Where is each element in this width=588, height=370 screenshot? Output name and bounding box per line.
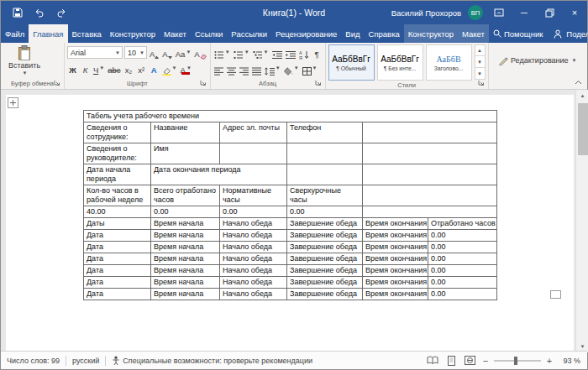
table-cell[interactable]: Начало обеда bbox=[220, 289, 287, 300]
table-cell[interactable]: Время окончания bbox=[363, 230, 428, 242]
table-cell[interactable] bbox=[363, 164, 497, 185]
table-cell[interactable]: Начало обеда bbox=[220, 265, 287, 277]
highlight-color-button[interactable]: ▼ bbox=[161, 62, 178, 76]
table-cell[interactable]: Дата bbox=[84, 242, 151, 253]
superscript-button[interactable]: x² bbox=[136, 62, 147, 76]
table-cell[interactable]: Дата окончания периода bbox=[151, 164, 287, 185]
editing-menu-button[interactable]: Редактирование ▼ bbox=[491, 44, 585, 76]
shrink-font-button[interactable]: А bbox=[161, 46, 172, 60]
line-spacing-button[interactable]: ▼ bbox=[264, 62, 281, 76]
multilevel-list-button[interactable]: ▼ bbox=[252, 46, 270, 60]
table-cell[interactable]: Дата bbox=[84, 289, 151, 300]
justify-button[interactable] bbox=[251, 62, 262, 76]
close-button[interactable]: × bbox=[565, 3, 584, 22]
table-cell[interactable]: Время начала bbox=[151, 265, 220, 277]
decrease-indent-button[interactable] bbox=[271, 46, 283, 60]
table-cell[interactable]: Завершение обеда bbox=[287, 230, 363, 242]
show-paragraph-marks-button[interactable]: ¶ bbox=[312, 46, 323, 60]
table-cell[interactable]: Сверхурочные часы bbox=[287, 185, 363, 206]
tab-table-design[interactable]: Конструктор bbox=[404, 24, 458, 43]
table-cell[interactable]: Время начала bbox=[151, 277, 220, 289]
language-indicator[interactable]: русский bbox=[66, 352, 105, 369]
table-cell[interactable] bbox=[287, 164, 363, 185]
clear-formatting-button[interactable]: А bbox=[193, 46, 207, 60]
print-layout-button[interactable] bbox=[444, 354, 458, 367]
sort-button[interactable]: АЯ bbox=[298, 46, 310, 60]
user-name[interactable]: Василий Прохоров bbox=[391, 8, 461, 18]
table-cell[interactable]: 0.00 bbox=[428, 265, 497, 277]
align-left-button[interactable] bbox=[213, 62, 224, 76]
table-cell[interactable]: Даты bbox=[84, 218, 151, 230]
tab-insert[interactable]: Вставка bbox=[68, 24, 106, 43]
table-cell[interactable]: Название bbox=[151, 122, 220, 143]
table-resize-handle[interactable] bbox=[550, 290, 561, 299]
styles-dialog-launcher[interactable] bbox=[478, 80, 486, 87]
zoom-slider[interactable] bbox=[494, 360, 541, 362]
tab-file[interactable]: Файл bbox=[1, 24, 29, 43]
table-cell[interactable] bbox=[363, 206, 497, 218]
collapse-ribbon-button[interactable] bbox=[573, 78, 583, 86]
undo-button[interactable] bbox=[33, 6, 46, 19]
font-color-button[interactable]: А▼ bbox=[180, 62, 192, 76]
table-cell[interactable]: Время начала bbox=[151, 253, 220, 265]
table-cell[interactable]: Завершение обеда bbox=[287, 253, 363, 265]
styles-scroll-down-button[interactable]: ▼ bbox=[475, 56, 486, 68]
save-button[interactable] bbox=[11, 6, 24, 19]
table-cell[interactable]: Сведения о сотруднике: bbox=[84, 122, 151, 143]
table-cell[interactable]: Кол-во часов в рабочей неделе bbox=[84, 185, 151, 206]
tab-view[interactable]: Вид bbox=[341, 24, 364, 43]
table-cell[interactable]: Отработано часов bbox=[428, 218, 497, 230]
table-cell[interactable]: Начало обеда bbox=[220, 277, 287, 289]
tab-help[interactable]: Справка bbox=[365, 24, 404, 43]
table-cell[interactable]: Телефон bbox=[287, 122, 363, 143]
table-cell[interactable]: 0.00 bbox=[151, 206, 220, 218]
table-cell[interactable]: Табель учета рабочего времени bbox=[84, 111, 497, 122]
bold-button[interactable]: Ж bbox=[67, 62, 78, 76]
word-count[interactable]: Число слов: 99 bbox=[1, 352, 66, 369]
tell-me-search[interactable]: Помощник bbox=[489, 24, 547, 43]
tab-table-layout[interactable]: Макет bbox=[458, 24, 489, 43]
styles-scroll-up-button[interactable]: ▲ bbox=[475, 44, 486, 56]
web-layout-button[interactable] bbox=[463, 354, 476, 367]
zoom-in-button[interactable]: + bbox=[545, 356, 554, 366]
zoom-out-button[interactable]: − bbox=[481, 356, 490, 366]
table-cell[interactable]: 0.00 bbox=[428, 230, 497, 242]
table-cell[interactable]: Время окончания bbox=[363, 265, 428, 277]
table-cell[interactable] bbox=[363, 185, 497, 206]
table-cell[interactable]: Дата bbox=[84, 277, 151, 289]
table-cell[interactable]: Время начала bbox=[151, 218, 220, 230]
table-cell[interactable]: Дата начала периода bbox=[84, 164, 151, 185]
change-case-button[interactable]: Аа▼ bbox=[175, 46, 192, 60]
styles-expand-gallery-button[interactable]: ▼ bbox=[475, 68, 486, 80]
table-cell[interactable]: 40.00 bbox=[84, 206, 151, 218]
table-cell[interactable]: 0.00 bbox=[287, 206, 363, 218]
table-cell[interactable]: Время начала bbox=[151, 289, 220, 300]
table-cell[interactable]: Время окончания bbox=[363, 289, 428, 300]
table-cell[interactable]: Время окончания bbox=[363, 277, 428, 289]
table-cell[interactable] bbox=[287, 143, 363, 164]
table-cell[interactable]: Время начала bbox=[151, 230, 220, 242]
accessibility-status[interactable]: Специальные возможности: проверьте реком… bbox=[106, 352, 318, 369]
table-cell[interactable] bbox=[363, 122, 497, 143]
clipboard-dialog-launcher[interactable] bbox=[54, 80, 61, 87]
increase-indent-button[interactable] bbox=[285, 46, 297, 60]
table-cell[interactable]: 0.00 bbox=[428, 277, 497, 289]
italic-button[interactable]: К bbox=[80, 62, 91, 76]
font-dialog-launcher[interactable] bbox=[200, 80, 207, 87]
table-cell[interactable]: Начало обеда bbox=[220, 218, 287, 230]
table-move-handle[interactable] bbox=[8, 97, 18, 108]
table-cell[interactable]: Завершение обеда bbox=[287, 218, 363, 230]
ribbon-display-options-button[interactable] bbox=[490, 3, 508, 22]
table-cell[interactable]: Завершение обеда bbox=[287, 289, 363, 300]
table-cell[interactable]: Сведения о руководителе: bbox=[84, 143, 151, 164]
align-right-button[interactable] bbox=[239, 62, 249, 76]
table-cell[interactable]: Нормативные часы bbox=[220, 185, 287, 206]
bullets-button[interactable]: ▼ bbox=[213, 46, 231, 60]
font-name-combobox[interactable]: Arial▼ bbox=[67, 46, 123, 59]
table-cell[interactable]: 0.00 bbox=[428, 253, 497, 265]
font-size-combobox[interactable]: 10▼ bbox=[124, 46, 147, 59]
table-cell[interactable]: Время окончания bbox=[363, 242, 428, 253]
table-cell[interactable] bbox=[363, 143, 497, 164]
zoom-slider-thumb[interactable] bbox=[514, 357, 517, 365]
table-cell[interactable]: Завершение обеда bbox=[287, 265, 363, 277]
